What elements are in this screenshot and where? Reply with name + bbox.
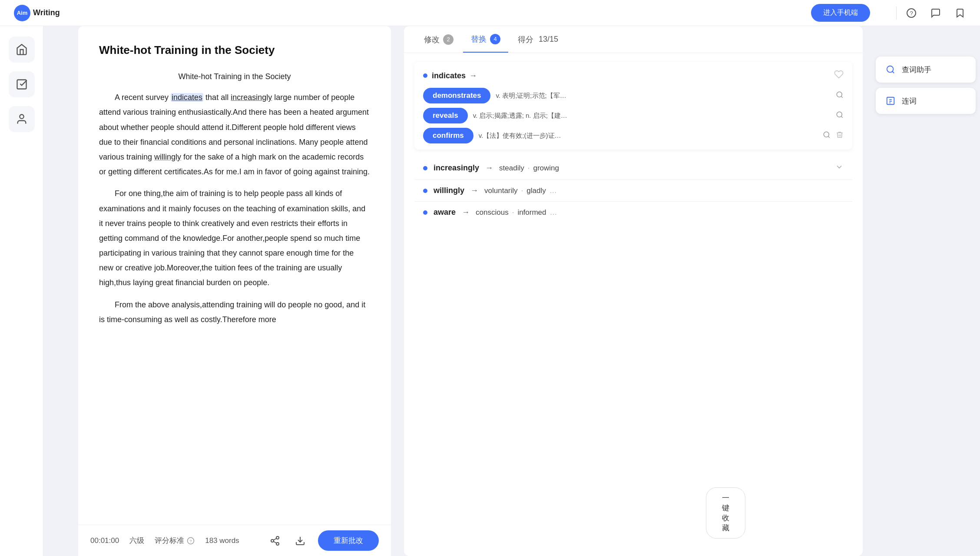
tab-score[interactable]: 得分 13/15	[510, 26, 566, 53]
tab-modify[interactable]: 修改 2	[416, 26, 461, 53]
bullet-increasingly	[423, 166, 427, 170]
right-panel-body: indicates → demonstrates v. 表明;证明;示范;【军……	[404, 53, 863, 556]
download-icon[interactable]	[293, 533, 308, 548]
essay-sub-title: White-hot Training in the Society	[99, 69, 370, 84]
logo-icon: Aim	[14, 5, 30, 21]
topbar: Aim Writing 进入手机端 ?	[0, 0, 980, 26]
home-icon	[16, 43, 28, 56]
suggestion-increasingly: increasingly → steadily · growing	[414, 156, 852, 180]
suggestion-indicates: indicates → demonstrates v. 表明;证明;示范;【军……	[414, 62, 852, 150]
floating-card-link[interactable]: 连词	[876, 88, 976, 114]
save-btn[interactable]: 一键收藏	[706, 487, 745, 539]
footer-level: 六级	[129, 536, 144, 546]
svg-point-3	[20, 115, 23, 119]
bookmark-icon[interactable]	[954, 7, 966, 19]
task-icon	[16, 78, 28, 90]
sidebar-item-home[interactable]	[9, 37, 35, 63]
word-indicates-label: indicates	[432, 71, 466, 80]
svg-point-7	[271, 539, 274, 542]
word-increasingly[interactable]: increasingly	[231, 93, 272, 102]
bullet-willingly	[423, 189, 427, 193]
essay-para-3: From the above analysis,attending traini…	[99, 297, 370, 327]
svg-line-19	[892, 71, 894, 73]
svg-rect-2	[17, 80, 26, 89]
tab-replace-badge: 4	[490, 34, 500, 44]
syn-informed: informed	[517, 208, 546, 217]
chip-row-demonstrates: demonstrates v. 表明;证明;示范;【军…	[423, 88, 844, 103]
chip-confirms-search[interactable]	[823, 131, 831, 141]
right-header: 修改 2 替换 4 得分 13/15	[404, 26, 863, 53]
expand-increasingly-btn[interactable]	[835, 163, 844, 173]
mobile-btn[interactable]: 进入手机端	[811, 4, 870, 22]
chip-confirms-delete[interactable]	[836, 131, 844, 141]
svg-text:?: ?	[910, 10, 913, 17]
svg-point-6	[276, 536, 279, 539]
chip-confirms[interactable]: confirms	[423, 128, 473, 143]
logo-abbr: Aim	[17, 10, 28, 16]
sidebar-item-task[interactable]	[9, 71, 35, 97]
syn-voluntarily: voluntarily	[484, 186, 518, 195]
suggestion-aware: aware → conscious · informed …	[414, 202, 852, 223]
svg-line-17	[828, 136, 829, 137]
footer-score-std: 评分标准 ?	[155, 536, 195, 546]
svg-line-10	[274, 538, 277, 540]
chip-demonstrates-desc: v. 表明;证明;示范;【军…	[496, 92, 831, 100]
essay-body: White-hot Training in the Society A rece…	[99, 69, 370, 327]
floating-card-search[interactable]: 查词助手	[876, 57, 976, 83]
tab-replace-label: 替换	[471, 34, 487, 44]
tab-modify-badge: 2	[443, 34, 454, 45]
bullet-aware	[423, 210, 427, 215]
chip-demonstrates[interactable]: demonstrates	[423, 88, 490, 103]
svg-point-18	[887, 66, 894, 73]
svg-point-8	[276, 543, 279, 545]
topbar-divider	[896, 7, 897, 20]
search-dict-label: 查词助手	[902, 65, 931, 75]
tab-replace[interactable]: 替换 4	[463, 26, 508, 53]
word-willingly-label: willingly	[434, 186, 464, 195]
logo-text: Writing	[33, 8, 60, 17]
chip-demonstrates-search[interactable]	[836, 91, 844, 101]
essay-panel: White-hot Training in the Society White-…	[78, 26, 391, 525]
essay-footer: 00:01:00 六级 评分标准 ? 183 words 重新批改	[78, 525, 391, 556]
svg-line-13	[841, 96, 842, 97]
user-icon	[16, 113, 28, 125]
search-dict-icon	[884, 63, 897, 76]
svg-point-16	[824, 132, 829, 137]
syn-gladly: gladly	[526, 186, 546, 195]
word-indicates[interactable]: indicates	[171, 93, 203, 102]
recheck-btn[interactable]: 重新批改	[318, 530, 379, 551]
word-willingly[interactable]: willingly	[154, 153, 181, 161]
tab-score-label: 得分	[518, 34, 533, 45]
heart-icon-indicates[interactable]	[834, 70, 844, 82]
chip-row-confirms: confirms v.【法】使有效;(进一步)证…	[423, 128, 844, 143]
syn-steadily: steadily	[499, 164, 524, 173]
arrow-increasingly: →	[485, 163, 493, 173]
arrow-indicates: →	[469, 71, 477, 80]
sidebar-item-user[interactable]	[9, 106, 35, 132]
suggestion-willingly: willingly → voluntarily · gladly …	[414, 180, 852, 202]
svg-point-12	[837, 92, 842, 97]
link-word-label: 连词	[902, 96, 917, 106]
svg-text:?: ?	[189, 538, 192, 543]
chip-reveals-search[interactable]	[836, 111, 844, 121]
chip-reveals-desc: v. 启示;揭露;透露; n. 启示;【建…	[473, 112, 831, 120]
word-increasingly-label: increasingly	[434, 163, 479, 173]
chip-reveals[interactable]: reveals	[423, 108, 468, 123]
essay-para-2: For one thing,the aim of training is to …	[99, 186, 370, 290]
essay-title: White-hot Training in the Society	[99, 43, 370, 57]
arrow-willingly: →	[470, 186, 478, 195]
floating-right-panel: 查词助手 连词	[876, 57, 976, 114]
syn-conscious: conscious	[476, 208, 509, 217]
tab-modify-label: 修改	[424, 34, 440, 45]
share-icon[interactable]	[268, 533, 282, 548]
essay-para-1: A recent survey indicates that all incre…	[99, 90, 370, 179]
topbar-icons: ?	[905, 7, 966, 19]
link-word-icon	[884, 95, 897, 107]
logo: Aim Writing	[14, 5, 60, 21]
svg-line-15	[841, 116, 842, 117]
help-icon[interactable]: ?	[905, 7, 917, 19]
score-help-icon[interactable]: ?	[187, 537, 195, 545]
message-icon[interactable]	[930, 7, 942, 19]
footer-words: 183 words	[205, 536, 239, 545]
svg-point-14	[837, 112, 842, 117]
